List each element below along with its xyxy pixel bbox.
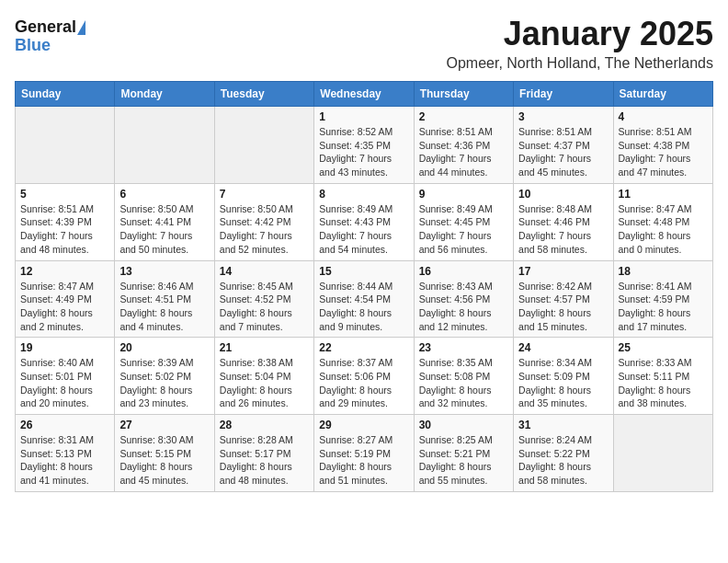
day-info: Sunrise: 8:45 AM Sunset: 4:52 PM Dayligh… <box>220 280 309 334</box>
day-number: 12 <box>20 265 109 278</box>
calendar-day-cell: 20Sunrise: 8:39 AM Sunset: 5:02 PM Dayli… <box>115 338 214 415</box>
day-info: Sunrise: 8:27 AM Sunset: 5:19 PM Dayligh… <box>319 433 408 488</box>
calendar-day-cell: 14Sunrise: 8:45 AM Sunset: 4:52 PM Dayli… <box>214 260 313 338</box>
calendar-day-cell: 25Sunrise: 8:33 AM Sunset: 5:11 PM Dayli… <box>613 338 712 415</box>
day-info: Sunrise: 8:35 AM Sunset: 5:08 PM Dayligh… <box>419 356 508 410</box>
weekday-header: Saturday <box>613 82 712 107</box>
day-number: 7 <box>220 188 309 201</box>
calendar-week-row: 12Sunrise: 8:47 AM Sunset: 4:49 PM Dayli… <box>16 260 713 338</box>
day-number: 20 <box>119 341 209 354</box>
day-number: 8 <box>319 188 408 201</box>
day-info: Sunrise: 8:44 AM Sunset: 4:54 PM Dayligh… <box>319 280 408 334</box>
day-number: 24 <box>518 341 608 354</box>
day-info: Sunrise: 8:31 AM Sunset: 5:13 PM Dayligh… <box>20 433 109 488</box>
day-info: Sunrise: 8:50 AM Sunset: 4:42 PM Dayligh… <box>220 202 309 257</box>
day-number: 27 <box>119 419 209 431</box>
day-info: Sunrise: 8:39 AM Sunset: 5:02 PM Dayligh… <box>119 356 209 410</box>
day-info: Sunrise: 8:51 AM Sunset: 4:36 PM Dayligh… <box>419 125 508 179</box>
day-number: 30 <box>419 419 508 431</box>
month-title: January 2025 <box>446 15 713 53</box>
calendar-day-cell: 7Sunrise: 8:50 AM Sunset: 4:42 PM Daylig… <box>214 183 313 260</box>
day-number: 25 <box>619 341 708 354</box>
calendar-week-row: 5Sunrise: 8:51 AM Sunset: 4:39 PM Daylig… <box>16 183 713 260</box>
day-number: 29 <box>319 419 408 431</box>
day-info: Sunrise: 8:47 AM Sunset: 4:49 PM Dayligh… <box>20 280 109 334</box>
calendar-day-cell: 5Sunrise: 8:51 AM Sunset: 4:39 PM Daylig… <box>16 183 115 260</box>
day-number: 2 <box>419 110 508 123</box>
calendar-day-cell: 19Sunrise: 8:40 AM Sunset: 5:01 PM Dayli… <box>16 338 115 415</box>
calendar-header-row: SundayMondayTuesdayWednesdayThursdayFrid… <box>16 82 713 107</box>
day-info: Sunrise: 8:52 AM Sunset: 4:35 PM Dayligh… <box>319 125 408 179</box>
weekday-header: Monday <box>115 82 214 107</box>
calendar-day-cell: 15Sunrise: 8:44 AM Sunset: 4:54 PM Dayli… <box>314 260 414 338</box>
day-info: Sunrise: 8:49 AM Sunset: 4:45 PM Dayligh… <box>419 202 508 257</box>
day-info: Sunrise: 8:34 AM Sunset: 5:09 PM Dayligh… <box>518 356 608 410</box>
weekday-header: Sunday <box>16 82 115 107</box>
calendar-week-row: 26Sunrise: 8:31 AM Sunset: 5:13 PM Dayli… <box>16 415 713 492</box>
calendar-day-cell: 28Sunrise: 8:28 AM Sunset: 5:17 PM Dayli… <box>214 415 313 492</box>
day-info: Sunrise: 8:48 AM Sunset: 4:46 PM Dayligh… <box>518 202 608 257</box>
day-number: 1 <box>319 110 408 123</box>
weekday-header: Friday <box>514 82 613 107</box>
day-number: 19 <box>20 341 109 354</box>
day-info: Sunrise: 8:25 AM Sunset: 5:21 PM Dayligh… <box>419 433 508 488</box>
day-info: Sunrise: 8:37 AM Sunset: 5:06 PM Dayligh… <box>319 356 408 410</box>
day-info: Sunrise: 8:43 AM Sunset: 4:56 PM Dayligh… <box>419 280 508 334</box>
day-info: Sunrise: 8:38 AM Sunset: 5:04 PM Dayligh… <box>220 356 309 410</box>
day-number: 9 <box>419 188 508 201</box>
day-info: Sunrise: 8:33 AM Sunset: 5:11 PM Dayligh… <box>619 356 708 410</box>
logo-general-text: General <box>15 18 76 37</box>
day-number: 15 <box>319 265 408 278</box>
day-info: Sunrise: 8:24 AM Sunset: 5:22 PM Dayligh… <box>518 433 608 488</box>
day-info: Sunrise: 8:51 AM Sunset: 4:39 PM Dayligh… <box>20 202 109 257</box>
calendar-week-row: 19Sunrise: 8:40 AM Sunset: 5:01 PM Dayli… <box>16 338 713 415</box>
calendar-day-cell: 16Sunrise: 8:43 AM Sunset: 4:56 PM Dayli… <box>414 260 513 338</box>
calendar-day-cell <box>214 107 313 184</box>
day-number: 6 <box>119 188 209 201</box>
calendar-day-cell: 1Sunrise: 8:52 AM Sunset: 4:35 PM Daylig… <box>314 107 414 184</box>
day-info: Sunrise: 8:51 AM Sunset: 4:38 PM Dayligh… <box>619 125 708 179</box>
calendar-day-cell: 8Sunrise: 8:49 AM Sunset: 4:43 PM Daylig… <box>314 183 414 260</box>
calendar-day-cell: 10Sunrise: 8:48 AM Sunset: 4:46 PM Dayli… <box>514 183 613 260</box>
calendar-day-cell: 2Sunrise: 8:51 AM Sunset: 4:36 PM Daylig… <box>414 107 513 184</box>
day-number: 23 <box>419 341 508 354</box>
calendar-day-cell: 30Sunrise: 8:25 AM Sunset: 5:21 PM Dayli… <box>414 415 513 492</box>
weekday-header: Wednesday <box>314 82 414 107</box>
calendar-day-cell: 27Sunrise: 8:30 AM Sunset: 5:15 PM Dayli… <box>115 415 214 492</box>
calendar-day-cell: 24Sunrise: 8:34 AM Sunset: 5:09 PM Dayli… <box>514 338 613 415</box>
day-number: 3 <box>518 110 608 123</box>
day-number: 13 <box>119 265 209 278</box>
logo: General Blue <box>15 15 85 55</box>
day-number: 17 <box>518 265 608 278</box>
day-number: 26 <box>20 419 109 431</box>
day-number: 11 <box>619 188 708 201</box>
calendar-day-cell: 21Sunrise: 8:38 AM Sunset: 5:04 PM Dayli… <box>214 338 313 415</box>
weekday-header: Tuesday <box>214 82 313 107</box>
day-info: Sunrise: 8:49 AM Sunset: 4:43 PM Dayligh… <box>319 202 408 257</box>
day-number: 22 <box>319 341 408 354</box>
calendar-day-cell: 18Sunrise: 8:41 AM Sunset: 4:59 PM Dayli… <box>613 260 712 338</box>
day-number: 18 <box>619 265 708 278</box>
calendar-day-cell: 9Sunrise: 8:49 AM Sunset: 4:45 PM Daylig… <box>414 183 513 260</box>
day-info: Sunrise: 8:46 AM Sunset: 4:51 PM Dayligh… <box>119 280 209 334</box>
day-info: Sunrise: 8:50 AM Sunset: 4:41 PM Dayligh… <box>119 202 209 257</box>
calendar-week-row: 1Sunrise: 8:52 AM Sunset: 4:35 PM Daylig… <box>16 107 713 184</box>
day-info: Sunrise: 8:47 AM Sunset: 4:48 PM Dayligh… <box>619 202 708 257</box>
day-number: 28 <box>220 419 309 431</box>
day-number: 16 <box>419 265 508 278</box>
calendar-table: SundayMondayTuesdayWednesdayThursdayFrid… <box>15 81 713 492</box>
calendar-day-cell: 12Sunrise: 8:47 AM Sunset: 4:49 PM Dayli… <box>16 260 115 338</box>
title-area: January 2025 Opmeer, North Holland, The … <box>446 15 713 72</box>
calendar-day-cell: 26Sunrise: 8:31 AM Sunset: 5:13 PM Dayli… <box>16 415 115 492</box>
day-number: 10 <box>518 188 608 201</box>
calendar-day-cell: 13Sunrise: 8:46 AM Sunset: 4:51 PM Dayli… <box>115 260 214 338</box>
calendar-day-cell: 17Sunrise: 8:42 AM Sunset: 4:57 PM Dayli… <box>514 260 613 338</box>
calendar-day-cell <box>16 107 115 184</box>
day-info: Sunrise: 8:41 AM Sunset: 4:59 PM Dayligh… <box>619 280 708 334</box>
page-header: General Blue January 2025 Opmeer, North … <box>15 15 713 72</box>
day-number: 21 <box>220 341 309 354</box>
weekday-header: Thursday <box>414 82 513 107</box>
calendar-day-cell: 23Sunrise: 8:35 AM Sunset: 5:08 PM Dayli… <box>414 338 513 415</box>
day-info: Sunrise: 8:30 AM Sunset: 5:15 PM Dayligh… <box>119 433 209 488</box>
calendar-day-cell: 6Sunrise: 8:50 AM Sunset: 4:41 PM Daylig… <box>115 183 214 260</box>
